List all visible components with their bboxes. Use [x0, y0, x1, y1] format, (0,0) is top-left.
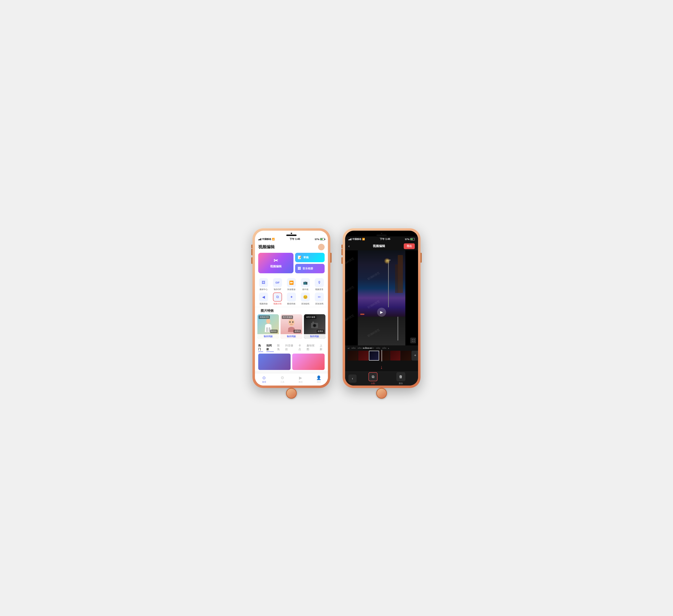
watermark-0: 职场科技范 [345, 257, 355, 267]
tool-label-3: 画中画 [302, 288, 308, 291]
street-light [388, 260, 389, 307]
status-bar-left: 中国移动 📶 下午 1:45 57% [255, 236, 328, 242]
editor-header: ‹ 视频编辑 导出 [345, 242, 418, 250]
graffiti-icon: ✏ [315, 293, 324, 302]
wifi-icon: 📶 [272, 238, 275, 241]
volume-down-button-r[interactable] [342, 257, 343, 264]
tool-label-4: 视频变音 [315, 288, 323, 291]
timeline-right-arrow: ▸ [388, 347, 389, 349]
tool-item-1[interactable]: GIF 制作GIF [270, 277, 284, 292]
add-clip-button[interactable]: + [412, 351, 418, 360]
home-icon: ⊙ [262, 375, 266, 380]
arrow-indicator: ↓ [345, 363, 418, 372]
battery-icon [320, 238, 324, 240]
hot-tab-1[interactable]: 限免 [277, 344, 282, 352]
volume-up-button[interactable] [251, 249, 252, 255]
volume-down-button[interactable] [251, 257, 252, 264]
signal-icon-r [349, 238, 352, 240]
mark-5: 00:09 [381, 347, 387, 349]
strip-3 [380, 351, 390, 360]
speaker-bar [286, 235, 296, 236]
car-light [360, 314, 364, 315]
video-editor-screen: ‹ 视频编辑 导出 职场科技范 职场科技范 职场科技范 职场科技范 职场科技范 … [345, 242, 418, 385]
toolbar-delete[interactable]: 🗑 删除 [387, 372, 415, 385]
volume-up-button-r[interactable] [342, 249, 343, 255]
tool-item-0[interactable]: 🖼 素材中心 [257, 277, 270, 292]
scissors-icon: ✂ [274, 258, 278, 264]
hot-images [258, 354, 324, 370]
hot-tab-3[interactable]: 卡点 [298, 344, 303, 352]
effect-label-2: 老照片修复 [305, 315, 316, 319]
fullscreen-button[interactable]: ⛶ [410, 338, 416, 343]
hot-image-1[interactable] [292, 354, 324, 370]
home-button[interactable] [286, 388, 297, 399]
tool-item-6[interactable]: ⧉ 视频分割 [270, 292, 284, 306]
hot-tab-0[interactable]: 拍同款 [266, 344, 274, 352]
app-header: 视频编辑 [255, 242, 328, 251]
editor-toolbar: ‹ ⧉ 分割 🗑 删除 [345, 372, 418, 385]
video-frame [358, 250, 405, 345]
music-album-button[interactable]: 🖼 音乐相册 [295, 264, 324, 273]
mark-1: 00:04 [357, 347, 363, 349]
tool-item-9[interactable]: ✏ 添加涂鸦 [312, 292, 326, 306]
mute-button-r[interactable] [342, 245, 343, 248]
user-avatar[interactable] [318, 244, 324, 250]
tool-item-4[interactable]: 🎙 视频变音 [312, 277, 326, 292]
hot-tab-4[interactable]: 趣味抠图 [306, 344, 316, 352]
nav-profile[interactable]: 👤 我的 [310, 374, 328, 385]
strip-5 [401, 351, 411, 360]
svg-point-5 [292, 321, 293, 323]
play-button[interactable]: ▶ [377, 308, 386, 317]
power-button[interactable] [330, 253, 331, 263]
hot-image-0[interactable] [258, 354, 290, 370]
mute-button[interactable] [251, 245, 252, 248]
mark-3: 00:07 [369, 347, 375, 349]
tool-label-6: 视频分割 [273, 302, 281, 305]
draft-button[interactable]: 📝 草稿 [295, 253, 324, 262]
tool-item-2[interactable]: ⏩ 快放慢放 [284, 277, 298, 292]
power-button-r[interactable] [421, 253, 422, 263]
phone-left: 中国移动 📶 下午 1:45 57% 视频编辑 [252, 228, 330, 388]
editor-back-button[interactable]: ‹ [349, 244, 354, 248]
split-icon: ⧉ [273, 293, 282, 302]
nav-home[interactable]: ⊙ 首页 [255, 374, 273, 385]
effect-btn-0[interactable]: 制作同款 [257, 334, 279, 339]
hot-tabs: 热门 拍同款 限免 抖音爆款 卡点 趣味抠图 上新 [258, 344, 324, 352]
tool-item-3[interactable]: 📺 画中画 [298, 277, 312, 292]
battery-percent-r: 57% [405, 238, 410, 241]
effect-label-1: 照片变漫画 [282, 315, 293, 319]
nav-tools[interactable]: ⚙ 工具 [273, 374, 291, 385]
strip-2 [369, 351, 379, 360]
music-album-label: 音乐相册 [302, 267, 313, 270]
timeline-left-arrow: ◂2 [348, 347, 350, 349]
effect-card-2[interactable]: 老照片修复 使用后 制作同款 [304, 314, 325, 339]
effect-card-0[interactable]: 抠图换背景 使用后 制作同款 [257, 314, 279, 339]
tool-item-8[interactable]: 😊 添加贴纸 [298, 292, 312, 306]
toolbar-back-button[interactable]: ‹ [349, 374, 357, 383]
hot-tab-2[interactable]: 抖音爆款 [285, 344, 295, 352]
nav-tutorials[interactable]: ▶ 教程 [291, 374, 310, 385]
effect-after-1: 使用后 [293, 330, 301, 333]
hot-tab-5[interactable]: 上新 [320, 344, 324, 352]
watermark-4: 职场科技范 [345, 314, 355, 323]
tool-grid: 🖼 素材中心 GIF 制作GIF ⏩ 快放慢放 📺 画中画 [255, 275, 328, 307]
effect-btn-2[interactable]: 制作同款 [304, 334, 325, 339]
effect-btn-1[interactable]: 制作同款 [280, 334, 302, 339]
nav-profile-label: 我的 [317, 381, 321, 383]
nav-tools-label: 工具 [280, 381, 284, 383]
effects-icon: ✦ [287, 293, 296, 302]
tool-item-5[interactable]: ◀ 视频倒放 [257, 292, 270, 306]
home-button-right[interactable] [376, 388, 387, 399]
tool-label-9: 添加涂鸦 [315, 302, 323, 305]
sticker-icon: 😊 [301, 293, 310, 302]
tool-item-7[interactable]: ✦ 酷炫特效 [284, 292, 298, 306]
export-button[interactable]: 导出 [404, 243, 415, 249]
video-strips[interactable]: + [345, 350, 418, 361]
timeline-ruler: ◂2 00:03 00:04 00:05/00:09 00:07 00:08 0… [345, 347, 418, 350]
video-edit-main-button[interactable]: ✂ 视频编辑 [258, 253, 293, 273]
hero-right: 📝 草稿 🖼 音乐相册 [295, 253, 324, 273]
toolbar-split[interactable]: ⧉ 分割 [359, 372, 387, 385]
road-marking [398, 317, 398, 340]
profile-icon: 👤 [316, 375, 321, 380]
effect-card-1[interactable]: 照片变漫画 使用后 制作同款 [280, 314, 302, 339]
